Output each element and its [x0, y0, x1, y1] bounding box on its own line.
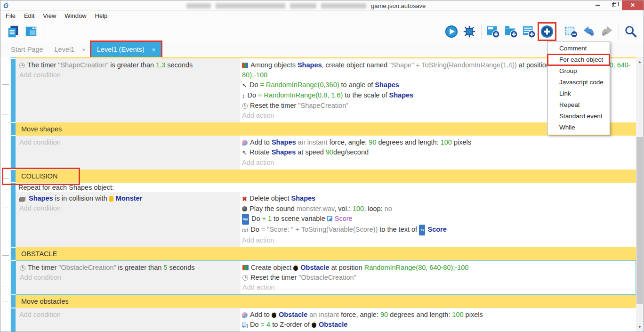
comment-body[interactable]: OBSTACLE — [16, 247, 636, 260]
scene-variable-icon — [327, 216, 332, 221]
scene-editor-button[interactable] — [24, 24, 39, 39]
add-action-button[interactable]: Add action — [242, 330, 633, 332]
add-subevent-button[interactable] — [504, 24, 519, 39]
timer-icon — [20, 265, 25, 271]
project-manager-button[interactable] — [6, 24, 21, 39]
condition-line[interactable]: The timer "ObstacleCreation" is greater … — [20, 263, 237, 273]
comment-body[interactable]: COLLISION — [16, 170, 636, 183]
scroll-down-icon[interactable]: ▼ — [636, 323, 644, 331]
menu-view[interactable]: View — [39, 11, 60, 20]
tab-level1[interactable]: Level1× — [49, 42, 91, 57]
tab-level1-events[interactable]: Level1 (Events)× — [91, 42, 161, 57]
tab-start-page[interactable]: Start Page — [5, 42, 49, 57]
event-row[interactable]: The timer "ObstacleCreation" is greater … — [11, 260, 636, 295]
menu-item-comment[interactable]: Comment — [547, 43, 610, 54]
event-drag-bar[interactable] — [11, 136, 16, 169]
tab-close-icon[interactable]: × — [152, 46, 156, 53]
foreach-event-row[interactable]: Repeat for each Shapes object:Shapes is … — [11, 183, 636, 247]
minimize-button[interactable] — [590, 0, 606, 10]
event-row[interactable]: Add conditionAdd to Shapes an instant fo… — [11, 136, 636, 170]
action-line[interactable]: ✖Delete object Shapes — [242, 194, 633, 204]
event-drag-bar[interactable] — [11, 183, 16, 247]
event-drag-bar[interactable] — [11, 308, 16, 332]
add-action-button[interactable]: Add action — [242, 235, 633, 245]
add-comment-button[interactable] — [522, 24, 537, 39]
menu-edit[interactable]: Edit — [20, 11, 39, 20]
restore-button[interactable] — [606, 0, 622, 10]
event-drag-bar[interactable] — [11, 59, 16, 122]
tab-label: Level1 — [55, 46, 75, 53]
add-action-button[interactable]: Add action — [242, 283, 633, 292]
menu-item-standard-event[interactable]: Standard event — [547, 111, 610, 122]
remove-event-button[interactable] — [564, 24, 579, 39]
add-event-button[interactable] — [486, 24, 501, 39]
menu-item-link[interactable]: Link — [547, 88, 610, 99]
comment-body[interactable]: Move obstacles — [16, 295, 636, 308]
add-condition-button[interactable]: Add condition — [20, 273, 237, 283]
add-action-button[interactable]: Add action — [242, 158, 633, 168]
action-line[interactable]: Add to Obstacle an instant force, angle:… — [242, 310, 633, 320]
toolbar-separator — [619, 24, 619, 39]
gutter-tick — [2, 84, 9, 85]
gdevelop-window: { "window": { "title": "game.json.autosa… — [0, 0, 644, 332]
action-line[interactable]: Add to Shapes an instant force, angle: 9… — [242, 138, 633, 147]
add-condition-button[interactable]: Add condition — [19, 70, 236, 80]
search-button[interactable] — [623, 24, 638, 39]
close-button[interactable]: ✕ — [622, 0, 644, 10]
toolbar-separator — [559, 24, 559, 39]
redo-button[interactable] — [599, 24, 614, 39]
condition-line[interactable]: Shapes is in collision with Monster — [19, 194, 236, 203]
menu-item-repeat[interactable]: Repeat — [547, 99, 610, 111]
comment-row[interactable]: OBSTACLE — [11, 247, 636, 260]
scroll-up-icon[interactable]: ▲ — [636, 58, 644, 65]
action-line[interactable]: Reset the timer "ObstacleCreation" — [242, 273, 633, 283]
event-row[interactable]: The timer "ShapeCreation" is greater tha… — [11, 58, 636, 122]
play-button[interactable] — [444, 24, 459, 39]
add-event-type-button[interactable] — [539, 24, 555, 39]
event-drag-bar[interactable] — [11, 170, 16, 182]
create-object-icon — [242, 63, 248, 68]
remove-event-icon — [564, 24, 578, 39]
redacted-title-block — [186, 3, 211, 8]
event-drag-bar[interactable] — [11, 261, 16, 294]
add-condition-button[interactable]: Add condition — [19, 138, 236, 147]
event-drag-bar[interactable] — [11, 295, 16, 308]
action-line[interactable]: Do = 4 to Z-order of Obstacle — [242, 320, 633, 330]
event-drag-bar[interactable] — [11, 248, 16, 260]
gutter-tick — [2, 208, 9, 208]
comment-row[interactable]: COLLISION — [11, 170, 636, 183]
scrollbar-thumb[interactable] — [636, 137, 643, 304]
action-line[interactable]: Play the sound monster.wav, vol.: 100, l… — [242, 204, 633, 214]
action-line[interactable]: ↖Rotate Shapes at speed 90deg/second — [242, 147, 633, 158]
conditions-cell: The timer "ShapeCreation" is greater tha… — [16, 58, 240, 122]
action-line[interactable]: Create object Obstacle at position Rando… — [242, 263, 633, 273]
menu-item-while[interactable]: While — [547, 122, 610, 133]
sound-icon — [242, 206, 247, 211]
add-condition-button[interactable]: Add condition — [19, 310, 236, 320]
actions-cell: ✖Delete object ShapesPlay the sound mons… — [240, 192, 636, 247]
action-line[interactable]: txtDo = "Score: " + ToString(Variable(Sc… — [242, 225, 633, 235]
action-line[interactable]: VarDo + 1 to scene variable Score — [242, 214, 633, 225]
tab-close-icon[interactable]: × — [82, 46, 86, 53]
menu-file[interactable]: File — [1, 11, 20, 20]
menu-window[interactable]: Window — [60, 11, 90, 20]
events-scrollbar[interactable]: ▲ ▼ — [636, 57, 644, 332]
comment-body[interactable]: Move shapes — [16, 122, 636, 136]
menu-item-group[interactable]: Group — [547, 65, 610, 77]
comment-row[interactable]: Move obstacles — [11, 295, 636, 308]
comment-row[interactable]: Move shapes — [11, 122, 636, 136]
event-drag-bar[interactable] — [11, 123, 16, 135]
undo-button[interactable] — [581, 24, 596, 39]
event-drag-bar[interactable] — [11, 57, 16, 58]
menu-item-for-each-object[interactable]: For each object — [547, 54, 610, 65]
events-rows: The timer "ShapeCreation" is greater tha… — [11, 57, 636, 332]
add-condition-button[interactable]: Add condition — [19, 203, 236, 213]
menu-help[interactable]: Help — [91, 11, 112, 20]
menu-item-javascript-code[interactable]: Javascript code — [547, 77, 610, 88]
timer-icon — [242, 103, 248, 109]
debug-button[interactable] — [462, 24, 477, 39]
condition-line[interactable]: The timer "ShapeCreation" is greater tha… — [19, 60, 236, 70]
event-row[interactable]: Add conditionAdd to Obstacle an instant … — [11, 308, 636, 332]
actions-cell: Add to Shapes an instant force, angle: 9… — [240, 136, 636, 170]
obstacle-object-icon — [272, 313, 276, 318]
